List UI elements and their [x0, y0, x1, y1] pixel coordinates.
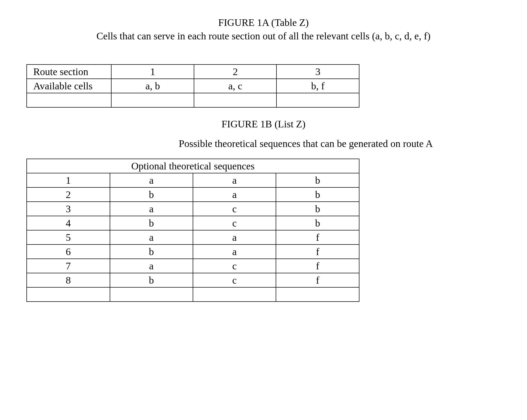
- cell: b: [276, 187, 359, 202]
- table-row: 7 a c f: [27, 259, 359, 273]
- table-row: Available cells a, b a, c b, f: [27, 79, 359, 93]
- cell: b: [110, 273, 193, 287]
- cell: [276, 287, 359, 302]
- table-header-row: Optional theoretical sequences: [27, 159, 359, 173]
- cell: f: [276, 244, 359, 259]
- cell: f: [276, 273, 359, 287]
- table-row: 2 b a b: [27, 187, 359, 202]
- cell: b: [110, 244, 193, 259]
- table-header: Optional theoretical sequences: [27, 159, 359, 173]
- cell: a, b: [111, 79, 194, 93]
- cell: c: [193, 216, 276, 230]
- cell: 8: [27, 273, 110, 287]
- table-row: 1 a a b: [27, 173, 359, 187]
- cell: b: [276, 202, 359, 216]
- table-row: [27, 287, 359, 302]
- cell: b: [276, 173, 359, 187]
- table-row: 6 b a f: [27, 244, 359, 259]
- figure-a-subtitle: Cells that can serve in each route secti…: [26, 29, 501, 43]
- cell: 2: [27, 187, 110, 202]
- cell: a: [193, 173, 276, 187]
- cell: a: [110, 230, 193, 244]
- cell: 7: [27, 259, 110, 273]
- cell: [110, 287, 193, 302]
- cell: a: [193, 187, 276, 202]
- list-z: Optional theoretical sequences 1 a a b 2…: [26, 159, 359, 302]
- table-row: 5 a a f: [27, 230, 359, 244]
- cell-label: [27, 93, 111, 107]
- cell: a, c: [194, 79, 276, 93]
- cell: c: [193, 259, 276, 273]
- cell: 3: [27, 202, 110, 216]
- cell: a: [110, 259, 193, 273]
- table-row: [27, 93, 359, 107]
- cell: 1: [27, 173, 110, 187]
- cell: a: [193, 230, 276, 244]
- table-row: 4 b c b: [27, 216, 359, 230]
- figure-b-subtitle: Possible theoretical sequences that can …: [111, 138, 501, 149]
- table-row: 8 b c f: [27, 273, 359, 287]
- cell: c: [193, 202, 276, 216]
- cell: 6: [27, 244, 110, 259]
- cell: 2: [194, 64, 276, 79]
- cell-label: Available cells: [27, 79, 111, 93]
- cell: a: [193, 244, 276, 259]
- cell: b, f: [276, 79, 359, 93]
- cell: b: [110, 216, 193, 230]
- table-row: 3 a c b: [27, 202, 359, 216]
- cell: 3: [276, 64, 359, 79]
- cell: 4: [27, 216, 110, 230]
- cell: [193, 287, 276, 302]
- cell: f: [276, 230, 359, 244]
- cell: b: [110, 187, 193, 202]
- cell: a: [110, 173, 193, 187]
- cell: [111, 93, 194, 107]
- figure-b-title: FIGURE 1B (List Z): [26, 118, 501, 130]
- cell: c: [193, 273, 276, 287]
- cell: b: [276, 216, 359, 230]
- cell: [27, 287, 110, 302]
- table-z: Route section 1 2 3 Available cells a, b…: [26, 64, 359, 108]
- cell-label: Route section: [27, 64, 111, 79]
- cell: 5: [27, 230, 110, 244]
- cell: a: [110, 202, 193, 216]
- figure-a-title: FIGURE 1A (Table Z): [26, 16, 501, 29]
- cell: f: [276, 259, 359, 273]
- cell: 1: [111, 64, 194, 79]
- cell: [276, 93, 359, 107]
- cell: [194, 93, 276, 107]
- table-row: Route section 1 2 3: [27, 64, 359, 79]
